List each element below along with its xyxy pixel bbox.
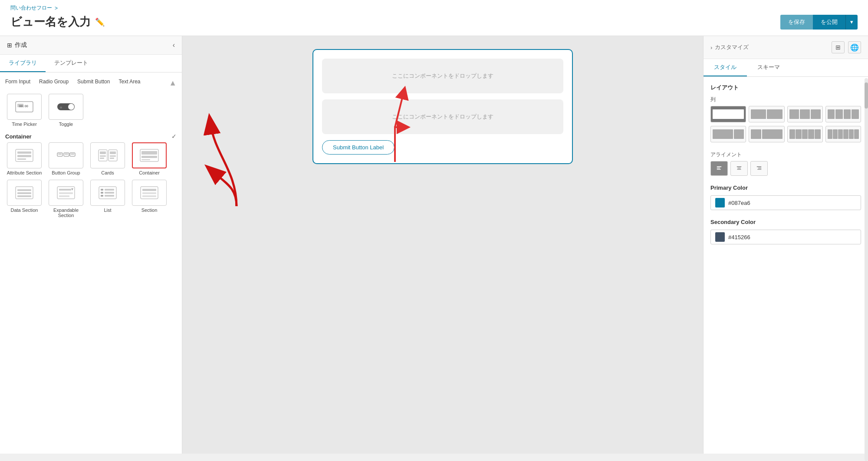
grid-icon-button[interactable]: ⊞ [832, 41, 845, 53]
svg-rect-19 [100, 158, 104, 159]
primary-color-label: Primary Color [710, 184, 861, 191]
button-group-label: Button Group [52, 170, 80, 175]
comp-radio-group[interactable]: Radio Group [39, 79, 69, 88]
right-tabs: スタイル スキーマ [704, 59, 868, 77]
comp-form-input[interactable]: Form Input [5, 79, 30, 88]
alignment-section: アライメント [710, 151, 861, 176]
dropdown-button[interactable]: ▾ [845, 15, 858, 30]
tab-style[interactable]: スタイル [704, 59, 747, 76]
secondary-color-value: #415266 [728, 234, 750, 240]
comp-text-area[interactable]: Text Area [118, 79, 140, 88]
col-layout-1[interactable] [710, 106, 746, 122]
tab-template[interactable]: テンプレート [46, 55, 97, 72]
component-list: Form Input Radio Group Submit Button Tex… [0, 72, 182, 454]
globe-icon-button[interactable]: 🌐 [848, 41, 861, 53]
col-layout-2[interactable] [749, 106, 784, 122]
attribute-section-label: Attribute Section [7, 170, 42, 175]
svg-text:▾: ▾ [71, 187, 73, 191]
comp-submit-button[interactable]: Submit Button [77, 79, 110, 88]
right-header-chevron[interactable]: › [710, 44, 712, 51]
data-section-icon[interactable] [7, 180, 42, 206]
library-tabs: ライブラリ テンプレート [0, 55, 182, 72]
align-center[interactable] [730, 161, 748, 176]
right-panel-header: › カスタマイズ ⊞ 🌐 [704, 36, 868, 59]
svg-rect-21 [110, 151, 116, 154]
svg-rect-55 [758, 168, 762, 168]
col-layout-7[interactable] [787, 126, 823, 142]
panel-header: ⊞ 作成 ‹ [0, 36, 182, 55]
button-group-icon[interactable] [49, 142, 83, 168]
col-layout-8[interactable] [825, 126, 861, 142]
container-icon[interactable] [132, 142, 167, 168]
svg-rect-15 [71, 154, 74, 155]
expandable-section-icon[interactable]: ▾ [49, 180, 83, 206]
tab-schema[interactable]: スキーマ [747, 59, 790, 76]
right-panel: › カスタマイズ ⊞ 🌐 スタイル スキーマ レイアウト 列 [703, 36, 868, 454]
svg-rect-40 [101, 192, 103, 194]
svg-rect-14 [65, 154, 68, 155]
svg-rect-31 [17, 195, 31, 197]
top-actions: を保存 を公開 ▾ [780, 15, 858, 30]
cards-icon[interactable] [90, 142, 125, 168]
svg-rect-50 [717, 169, 721, 170]
secondary-color-field[interactable]: #415266 [710, 230, 861, 244]
attribute-section-icon[interactable] [7, 142, 42, 168]
col-layout-5[interactable] [710, 126, 746, 142]
alignment-label: アライメント [710, 151, 861, 158]
right-scrollbar-thumb[interactable] [865, 82, 868, 109]
breadcrumb: 問い合わせフロー > [10, 4, 858, 12]
col-layout-6[interactable] [749, 126, 784, 142]
drop-zone-2[interactable]: ここにコンポーネントをドロップします [322, 99, 563, 134]
svg-rect-18 [100, 155, 106, 157]
layout-section: レイアウト 列 [710, 84, 861, 142]
list-icon[interactable] [90, 180, 125, 206]
time-picker-item: 00:00 Time Picker [5, 94, 43, 127]
canvas-area: ここにコンポーネントをドロップします ここにコンポーネントをドロップします Su… [182, 36, 703, 454]
cards-label: Cards [101, 170, 114, 175]
align-right[interactable] [750, 161, 768, 176]
section-collapse-arrow[interactable]: ✓ [171, 133, 177, 140]
svg-rect-22 [110, 155, 116, 157]
svg-rect-8 [17, 155, 31, 157]
text-components-row: Form Input Radio Group Submit Button Tex… [5, 77, 177, 89]
time-picker-icon[interactable]: 00:00 [7, 94, 42, 120]
edit-icon[interactable]: ✏️ [95, 17, 105, 27]
canvas-form: ここにコンポーネントをドロップします ここにコンポーネントをドロップします Su… [312, 49, 573, 164]
right-header-left: › カスタマイズ [710, 43, 749, 51]
breadcrumb-link[interactable]: 問い合わせフロー [10, 4, 52, 12]
toggle-icon[interactable]: ○ [49, 94, 83, 120]
expandable-section-item: ▾ Expandable Section [47, 180, 85, 218]
panel-close-button[interactable]: ‹ [173, 41, 175, 49]
save-button[interactable]: を保存 [780, 15, 813, 30]
drop-zone-2-label: ここにコンポーネントをドロップします [392, 113, 493, 121]
svg-rect-48 [717, 166, 722, 167]
svg-rect-47 [142, 195, 156, 197]
svg-point-4 [68, 104, 74, 110]
svg-rect-9 [17, 158, 26, 160]
primary-color-value: #087ea6 [728, 200, 750, 206]
col-layout-4[interactable] [825, 106, 861, 122]
comp-row-timepicker: 00:00 Time Picker ○ Toggle [5, 94, 177, 127]
toggle-label: Toggle [59, 122, 73, 127]
svg-rect-38 [101, 189, 103, 191]
right-header-label: カスタマイズ [715, 43, 749, 51]
toggle-item: ○ Toggle [47, 94, 85, 127]
svg-rect-29 [17, 189, 31, 191]
publish-button[interactable]: を公開 [813, 15, 845, 30]
tab-library[interactable]: ライブラリ [0, 55, 46, 72]
drop-zone-1-label: ここにコンポーネントをドロップします [392, 72, 493, 80]
section-icon[interactable] [132, 180, 167, 206]
page-title-row: ビュー名を入力 ✏️ を保存 を公開 ▾ [10, 14, 858, 36]
primary-color-field[interactable]: #087ea6 [710, 195, 861, 210]
svg-text:00:00: 00:00 [19, 105, 28, 108]
col-layout-3[interactable] [787, 106, 823, 122]
button-group-item: Button Group [47, 142, 85, 175]
canvas-submit-button[interactable]: Submit Button Label [322, 140, 395, 155]
breadcrumb-sep: > [55, 5, 58, 11]
section-label: Section [141, 207, 158, 213]
svg-text:○: ○ [60, 105, 62, 109]
right-scrollbar[interactable] [865, 78, 868, 454]
drop-zone-1[interactable]: ここにコンポーネントをドロップします [322, 59, 563, 93]
svg-rect-53 [737, 169, 741, 170]
align-left[interactable] [710, 161, 728, 176]
